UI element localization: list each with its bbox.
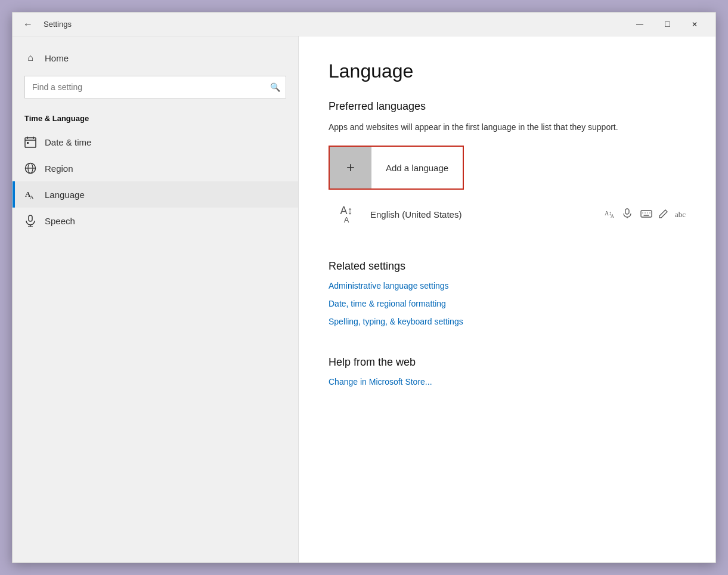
add-language-plus-icon: + — [330, 147, 371, 188]
content-area: ⌂ Home 🔍 Time & Language — [13, 36, 715, 562]
language-name: English (United States) — [364, 209, 605, 220]
svg-text:A: A — [30, 194, 34, 200]
preferred-languages-desc: Apps and websites will appear in the fir… — [329, 121, 686, 134]
language-icon-area: A↕ A — [329, 205, 364, 224]
minimize-button[interactable]: — — [626, 13, 653, 36]
window-controls: — ☐ ✕ — [626, 13, 708, 36]
date-time-label: Date & time — [45, 137, 91, 147]
home-label: Home — [45, 53, 69, 63]
edit-icon — [658, 208, 669, 221]
sidebar-item-region[interactable]: Region — [13, 155, 298, 181]
language-label: Language — [45, 190, 85, 200]
search-box: 🔍 — [24, 76, 286, 98]
svg-rect-0 — [25, 138, 36, 147]
sidebar-item-language[interactable]: A A Language — [13, 181, 298, 208]
home-icon: ⌂ — [24, 52, 36, 64]
title-bar-left: ← Settings — [20, 16, 626, 33]
related-link-datetime[interactable]: Date, time & regional formatting — [329, 299, 686, 308]
related-link-spelling[interactable]: Spelling, typing, & keyboard settings — [329, 317, 686, 326]
sidebar: ⌂ Home 🔍 Time & Language — [13, 36, 299, 562]
related-settings: Related settings Administrative language… — [329, 260, 686, 326]
language-icon: A A — [24, 188, 36, 200]
title-bar: ← Settings — ☐ ✕ — [13, 13, 715, 36]
close-button[interactable]: ✕ — [681, 13, 708, 36]
add-language-label: Add a language — [371, 163, 463, 173]
sidebar-item-speech[interactable]: Speech — [13, 208, 298, 234]
help-section: Help from the web Change in Microsoft St… — [329, 356, 686, 387]
page-title: Language — [329, 60, 686, 82]
region-icon — [24, 162, 36, 174]
window-title: Settings — [44, 20, 72, 29]
svg-rect-15 — [625, 209, 629, 214]
language-text-icon: A↕ A — [340, 205, 352, 224]
sidebar-home-item[interactable]: ⌂ Home — [13, 46, 298, 70]
spelling-icon: abc — [675, 210, 686, 220]
region-label: Region — [45, 163, 73, 174]
help-link-store[interactable]: Change in Microsoft Store... — [329, 377, 686, 387]
svg-rect-10 — [29, 215, 32, 221]
svg-rect-17 — [641, 211, 652, 217]
search-input[interactable] — [24, 76, 286, 98]
maximize-button[interactable]: ☐ — [653, 13, 681, 36]
add-language-button[interactable]: + Add a language — [329, 146, 464, 190]
language-list-item: A↕ A English (United States) A↕ A — [329, 199, 686, 230]
svg-text:A: A — [611, 214, 614, 219]
main-content: Language Preferred languages Apps and we… — [299, 36, 715, 562]
related-settings-title: Related settings — [329, 260, 686, 273]
svg-rect-4 — [27, 142, 29, 144]
help-section-title: Help from the web — [329, 356, 686, 369]
related-link-admin[interactable]: Administrative language settings — [329, 281, 686, 290]
text-options-icon: A↕ A — [605, 208, 617, 221]
speech-label: Speech — [45, 216, 75, 226]
sidebar-section-title: Time & Language — [13, 109, 298, 129]
language-actions: A↕ A — [605, 208, 686, 221]
speech-options-icon — [622, 208, 634, 221]
date-time-icon — [24, 136, 36, 148]
back-button[interactable]: ← — [20, 16, 36, 33]
speech-icon — [24, 215, 36, 227]
preferred-languages-title: Preferred languages — [329, 100, 686, 113]
settings-window: ← Settings — ☐ ✕ ⌂ Home 🔍 Time & Languag… — [12, 12, 716, 563]
sidebar-item-date-time[interactable]: Date & time — [13, 129, 298, 155]
keyboard-icon — [640, 208, 652, 221]
